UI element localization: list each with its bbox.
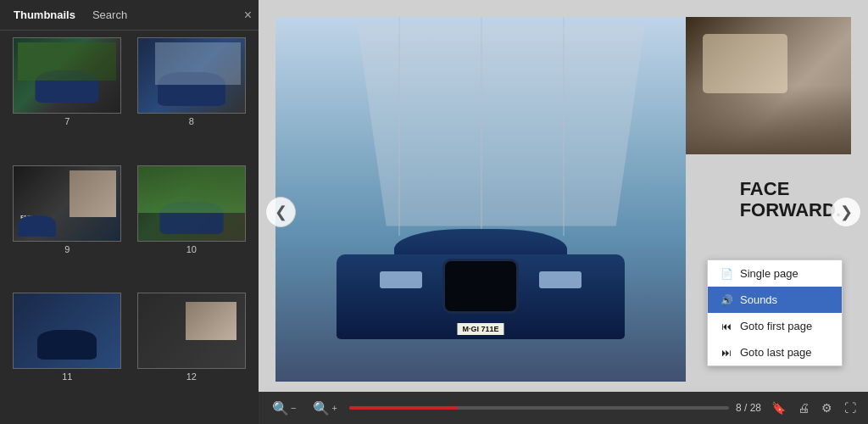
thumb-label-7: 7	[64, 116, 70, 126]
face-forward-line1: FACE	[740, 178, 790, 199]
main-viewer: M·GI 711E FACE FORWARD. ❮ ❯	[259, 0, 868, 424]
goto-first-icon: ⏮	[720, 321, 733, 332]
page-indicator: 8 / 28	[736, 402, 761, 414]
toolbar-right-icons: 🔖 🖨 ⚙ ⛶	[768, 399, 860, 416]
sounds-icon: 🔊	[720, 294, 733, 306]
thumb-label-10: 10	[186, 244, 197, 254]
bottom-toolbar: 🔍 − 🔍 + 8 / 28 🔖 🖨 ⚙ ⛶	[259, 392, 868, 424]
thumbnail-8[interactable]: 8	[131, 37, 253, 162]
menu-single-page[interactable]: 📄 Single page	[708, 260, 842, 287]
settings-button[interactable]: ⚙	[818, 399, 836, 416]
tab-thumbnails[interactable]: Thumbnails	[8, 7, 81, 23]
license-plate: M·GI 711E	[457, 323, 504, 335]
menu-goto-last-label: Goto last page	[740, 346, 812, 359]
sidebar: Thumbnails Search × 7 8	[0, 0, 259, 424]
thumbnail-9[interactable]: FACEFORWARD. 9	[7, 165, 128, 290]
single-page-icon: 📄	[720, 268, 733, 280]
menu-goto-last[interactable]: ⏭ Goto last page	[708, 339, 842, 365]
fullscreen-button[interactable]: ⛶	[841, 399, 860, 416]
sidebar-header: Thumbnails Search ×	[0, 0, 259, 31]
thumb-label-12: 12	[186, 371, 197, 382]
thumbnails-grid: 7 8 FACEFORWARD. 9	[0, 31, 259, 424]
goto-last-icon: ⏭	[720, 347, 733, 359]
thumbnail-11[interactable]: 11	[7, 293, 128, 417]
main-page-background: M·GI 711E	[275, 17, 686, 382]
menu-goto-first-label: Goto first page	[740, 320, 812, 332]
tab-search[interactable]: Search	[87, 7, 132, 23]
prev-page-button[interactable]: ❮	[265, 197, 296, 227]
menu-sounds[interactable]: 🔊 Sounds	[708, 287, 842, 313]
next-page-button[interactable]: ❯	[831, 197, 861, 227]
menu-sounds-label: Sounds	[740, 293, 777, 306]
car-body: M·GI 711E	[337, 212, 625, 365]
bookmark-button[interactable]: 🔖	[768, 399, 789, 416]
zoom-in-icon: 🔍	[313, 400, 330, 416]
menu-goto-first[interactable]: ⏮ Goto first page	[708, 313, 842, 339]
close-sidebar-button[interactable]: ×	[244, 8, 252, 22]
face-forward-heading: FACE FORWARD.	[740, 178, 841, 221]
zoom-out-icon: 🔍	[272, 400, 289, 416]
thumb-label-9: 9	[64, 244, 70, 254]
menu-single-page-label: Single page	[740, 267, 798, 280]
progress-bar-fill	[349, 406, 458, 410]
zoom-out-button[interactable]: 🔍 −	[267, 397, 301, 420]
thumb-label-8: 8	[189, 116, 194, 126]
zoom-in-button[interactable]: 🔍 +	[308, 397, 342, 420]
thumbnail-12[interactable]: 12	[131, 293, 253, 417]
thumb-label-11: 11	[62, 371, 72, 382]
face-forward-line2: FORWARD.	[740, 199, 841, 220]
progress-bar[interactable]	[349, 406, 729, 410]
thumbnail-10[interactable]: 10	[131, 165, 253, 290]
context-menu: 📄 Single page 🔊 Sounds ⏮ Goto first page…	[707, 259, 843, 366]
print-button[interactable]: 🖨	[794, 399, 813, 416]
interior-image	[686, 17, 851, 154]
app-container: Thumbnails Search × 7 8	[0, 0, 868, 424]
thumbnail-7[interactable]: 7	[7, 37, 128, 162]
